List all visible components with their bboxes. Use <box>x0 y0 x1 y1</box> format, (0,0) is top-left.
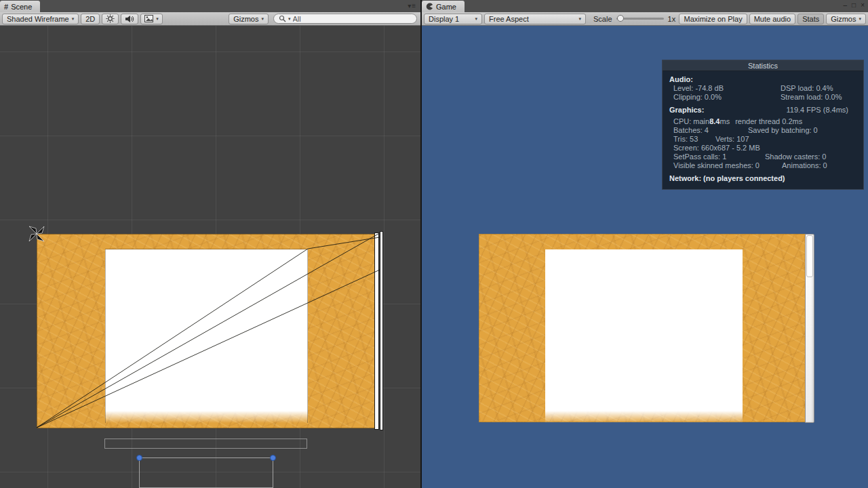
panel-menu-icon[interactable]: ▾≡ <box>408 2 416 9</box>
visible-skinned-meshes-value: Visible skinned meshes: 0 <box>673 161 782 170</box>
game-gizmos-dropdown[interactable]: Gizmos ▾ <box>826 14 866 24</box>
game-tab-label: Game <box>436 3 456 11</box>
mute-audio-label: Mute audio <box>754 15 791 23</box>
scale-slider[interactable] <box>616 18 664 20</box>
render-thread-value: render thread 0.2ms <box>735 117 802 126</box>
panel-divider[interactable] <box>420 0 422 488</box>
display-label: Display 1 <box>429 15 459 23</box>
gizmos-label: Gizmos <box>233 15 258 23</box>
scene-toolbar: Shaded Wireframe ▾ 2D ▾ <box>0 12 420 26</box>
dsp-load-value: DSP load: 0.4% <box>781 84 833 93</box>
cpu-row: CPU: main 8.4msrender thread 0.2ms <box>669 117 856 126</box>
game-book-cover <box>479 234 810 422</box>
animations-value: Animations: 0 <box>782 161 827 170</box>
scene-effects-dropdown[interactable]: ▾ <box>140 14 163 24</box>
shadow-casters-value: Shadow casters: 0 <box>765 152 827 161</box>
audio-section-label: Audio: <box>669 75 693 84</box>
clipping-value: Clipping: 0.0% <box>673 93 781 102</box>
2d-label: 2D <box>85 15 95 23</box>
scene-panel: # Scene ▾≡ Shaded Wireframe ▾ 2D <box>0 0 420 488</box>
chevron-down-icon: ▾ <box>859 16 861 21</box>
tab-game[interactable]: Game <box>422 1 465 12</box>
window-controls: – □ × <box>844 1 865 9</box>
scene-search-input[interactable] <box>293 15 412 23</box>
game-book-page <box>545 249 743 423</box>
cpu-unit: ms <box>719 117 730 126</box>
scene-audio-toggle[interactable] <box>121 14 138 24</box>
maximize-on-play-button[interactable]: Maximize on Play <box>679 14 747 24</box>
game-toolbar: Display 1 ▾ Free Aspect ▾ Scale 1x Maxim… <box>422 12 868 26</box>
batches-value: Batches: 4 <box>673 126 748 135</box>
page-stack-highlight <box>806 235 813 277</box>
display-dropdown[interactable]: Display 1 ▾ <box>424 14 482 24</box>
page-stack-edge-outer <box>380 231 383 430</box>
2d-toggle-button[interactable]: 2D <box>81 14 100 24</box>
maximize-on-play-label: Maximize on Play <box>684 15 742 23</box>
chevron-down-icon: ▾ <box>578 16 581 21</box>
page-stack-edge <box>374 232 379 430</box>
game-page-stack-edge <box>805 234 814 423</box>
saved-by-batching-value: Saved by batching: 0 <box>748 126 818 135</box>
game-panel: Game – □ × Display 1 ▾ Free Aspect ▾ Sca… <box>422 0 868 488</box>
statistics-title: Statistics <box>663 60 863 71</box>
chevron-down-icon: ▾ <box>72 16 75 21</box>
aspect-label: Free Aspect <box>489 15 529 23</box>
ui-element-rect[interactable] <box>139 458 273 488</box>
draw-mode-label: Shaded Wireframe <box>7 15 69 23</box>
drag-handle-left[interactable] <box>136 455 142 461</box>
game-toolbar-right: Maximize on Play Mute audio Stats Gizmos… <box>679 14 866 24</box>
scene-lighting-toggle[interactable] <box>102 14 119 24</box>
cpu-main-ms: 8.4 <box>709 117 719 126</box>
search-icon <box>279 15 286 22</box>
fps-value: 119.4 FPS (8.4ms) <box>787 106 849 115</box>
scene-viewport[interactable] <box>0 26 420 488</box>
chevron-down-icon: ▾ <box>156 16 159 21</box>
statistics-overlay: Statistics Audio: Level: -74.8 dB DSP lo… <box>662 60 864 190</box>
book-cover-object[interactable] <box>37 234 378 428</box>
scale-value: 1x <box>668 15 676 23</box>
statistics-body: Audio: Level: -74.8 dB DSP load: 0.4% Cl… <box>663 71 863 189</box>
mute-audio-button[interactable]: Mute audio <box>749 14 795 24</box>
gizmos-label: Gizmos <box>831 15 856 23</box>
stats-button[interactable]: Stats <box>797 14 824 24</box>
image-icon <box>144 15 153 22</box>
scene-tab-label: Scene <box>11 3 32 11</box>
stats-label: Stats <box>802 15 819 23</box>
cpu-prefix: CPU: main <box>673 117 709 126</box>
tab-scene[interactable]: # Scene <box>0 1 40 12</box>
scale-slider-knob[interactable] <box>617 15 624 22</box>
drag-handle-right[interactable] <box>270 455 276 461</box>
game-viewport[interactable]: Statistics Audio: Level: -74.8 dB DSP lo… <box>422 26 868 488</box>
game-tab-icon <box>426 3 433 10</box>
setpass-calls-value: SetPass calls: 1 <box>673 152 765 161</box>
scene-search-field[interactable]: ▾ <box>273 14 417 24</box>
minimize-button[interactable]: – <box>844 1 848 9</box>
verts-value: Verts: 107 <box>715 135 749 144</box>
screen-value: Screen: 660x687 - 5.2 MB <box>673 144 760 152</box>
selection-rect-outline <box>104 439 307 449</box>
aspect-ratio-dropdown[interactable]: Free Aspect ▾ <box>484 14 586 24</box>
tris-value: Tris: 53 <box>673 135 715 144</box>
chevron-down-icon: ▾ <box>475 16 477 21</box>
search-filter-chevron-icon: ▾ <box>288 16 291 21</box>
sun-icon <box>106 14 115 23</box>
graphics-section-label: Graphics: <box>669 106 704 115</box>
speaker-icon <box>125 15 134 23</box>
stream-load-value: Stream load: 0.0% <box>781 93 842 102</box>
scene-gizmos-dropdown[interactable]: Gizmos ▾ <box>229 14 269 24</box>
game-tabstrip: Game – □ × <box>422 0 868 12</box>
move-gizmo-icon[interactable] <box>26 224 47 244</box>
network-status: Network: (no players connected) <box>669 174 785 183</box>
scale-label: Scale <box>593 15 612 23</box>
book-page-object <box>105 249 308 423</box>
maximize-button[interactable]: □ <box>852 1 856 9</box>
close-button[interactable]: × <box>861 1 865 9</box>
chevron-down-icon: ▾ <box>261 16 264 21</box>
scene-tab-icon: # <box>4 3 8 11</box>
audio-level-value: Level: -74.8 dB <box>673 84 781 93</box>
draw-mode-dropdown[interactable]: Shaded Wireframe ▾ <box>2 14 79 24</box>
scale-control: Scale 1x <box>593 15 675 23</box>
scene-tabstrip: # Scene ▾≡ <box>0 0 420 12</box>
unity-editor-window: # Scene ▾≡ Shaded Wireframe ▾ 2D <box>0 0 868 488</box>
